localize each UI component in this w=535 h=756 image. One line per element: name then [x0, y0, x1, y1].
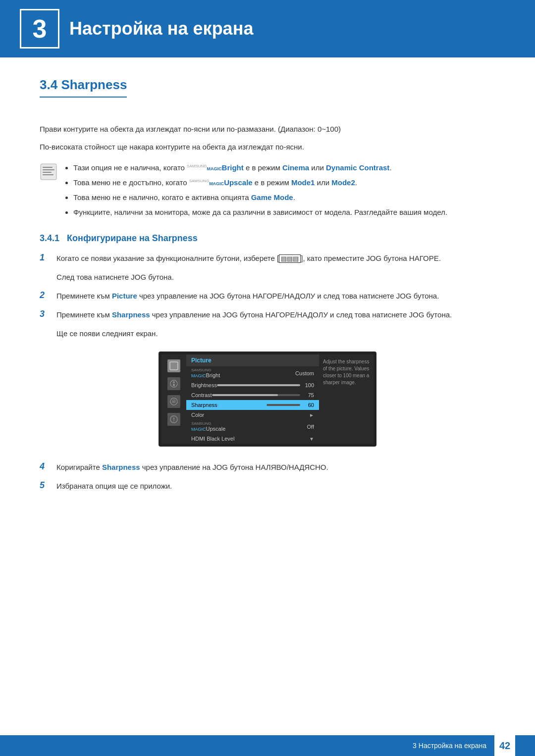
menu-item-sharpness: Sharpness 60: [186, 400, 319, 410]
notes-list: Тази опция не е налична, когато SAMSUNGM…: [65, 162, 447, 221]
step-text-1: Когато се появи указание за функционални…: [56, 252, 441, 264]
svg-rect-1: [43, 167, 53, 168]
monitor-sidebar: [161, 354, 186, 444]
monitor-tip: Adjust the sharpness of the picture. Val…: [319, 354, 374, 444]
note-item-4: Функциите, налични за монитора, може да …: [73, 206, 447, 218]
step-number-3: 3: [40, 309, 51, 319]
footer-chapter-label: 3 Настройка на екрана: [413, 742, 486, 750]
footer-page-number: 42: [494, 735, 515, 756]
header-title: Настройка на екрана: [69, 18, 253, 39]
sidebar-icon-3: [167, 395, 180, 408]
svg-rect-10: [173, 384, 175, 386]
menu-header: Picture: [186, 354, 319, 366]
step-4: 4 Коригирайте Sharpness чрез управление …: [40, 461, 495, 473]
page-footer: 3 Настройка на екрана 42: [0, 735, 535, 756]
step-text-4: Коригирайте Sharpness чрез управление на…: [56, 461, 328, 473]
section-number: 3.4: [40, 77, 57, 92]
monitor-image: Picture SAMSUNGMAGICBright Custom Bright…: [40, 352, 495, 447]
step-text-2: Преминете към Picture чрез управление на…: [56, 290, 439, 302]
svg-rect-3: [43, 172, 52, 173]
svg-point-9: [173, 381, 175, 383]
main-content: 3.4 Sharpness Прави контурите на обекта …: [0, 57, 535, 539]
menu-item-magicupscale: SAMSUNGMAGICUpscale Off: [186, 420, 319, 434]
section-name: Sharpness: [61, 77, 127, 92]
monitor-menu: Picture SAMSUNGMAGICBright Custom Bright…: [186, 354, 319, 444]
step-5: 5 Избраната опция ще се приложи.: [40, 480, 495, 492]
menu-item-color: Color ►: [186, 410, 319, 420]
subsection-title: 3.4.1 Конфигуриране на Sharpness: [40, 233, 495, 244]
step-text-3: Преминете към Sharpness чрез управление …: [56, 309, 452, 321]
menu-item-magicbright: SAMSUNGMAGICBright Custom: [186, 366, 319, 380]
menu-item-contrast: Contrast 75: [186, 390, 319, 400]
note-icon: [40, 163, 57, 181]
note-item-2: Това меню не е достъпно, когато SAMSUNGM…: [73, 177, 447, 189]
svg-rect-6: [171, 363, 177, 367]
monitor-container: Picture SAMSUNGMAGICBright Custom Bright…: [159, 352, 376, 447]
sidebar-icon-1: [167, 359, 180, 372]
intro-line1: Прави контурите на обекта да изглеждат п…: [40, 123, 495, 135]
svg-rect-15: [173, 420, 174, 421]
step-3-sub: Ще се появи следният екран.: [56, 328, 495, 340]
notes-block: Тази опция не е налична, когато SAMSUNGM…: [40, 162, 495, 221]
step-text-5: Избраната опция ще се приложи.: [56, 480, 172, 492]
step-3: 3 Преминете към Sharpness чрез управлени…: [40, 309, 495, 321]
sidebar-icon-2: [167, 377, 180, 390]
intro-line2: По-високата стойност ще накара контурите…: [40, 141, 495, 153]
sidebar-icon-4: [167, 413, 180, 426]
note-item-3: Това меню не е налично, когато е активна…: [73, 192, 447, 203]
note-item-1: Тази опция не е налична, когато SAMSUNGM…: [73, 162, 447, 174]
menu-item-brightness: Brightness 100: [186, 380, 319, 390]
step-2: 2 Преминете към Picture чрез управление …: [40, 290, 495, 302]
svg-rect-2: [43, 169, 54, 170]
svg-rect-14: [173, 417, 174, 420]
section-title: 3.4 Sharpness: [40, 77, 127, 98]
step-number-1: 1: [40, 252, 51, 263]
svg-point-12: [173, 401, 175, 403]
svg-rect-7: [172, 368, 176, 369]
chapter-number: 3: [20, 9, 59, 49]
menu-item-hdmi: HDMI Black Level ▼: [186, 434, 319, 444]
page-header: 3 Настройка на екрана: [0, 0, 535, 57]
step-number-5: 5: [40, 480, 51, 491]
step-1: 1 Когато се появи указание за функционал…: [40, 252, 495, 264]
svg-rect-4: [43, 174, 54, 175]
step-number-2: 2: [40, 290, 51, 301]
step-1-sub: След това натиснете JOG бутона.: [56, 271, 495, 283]
step-number-4: 4: [40, 461, 51, 472]
